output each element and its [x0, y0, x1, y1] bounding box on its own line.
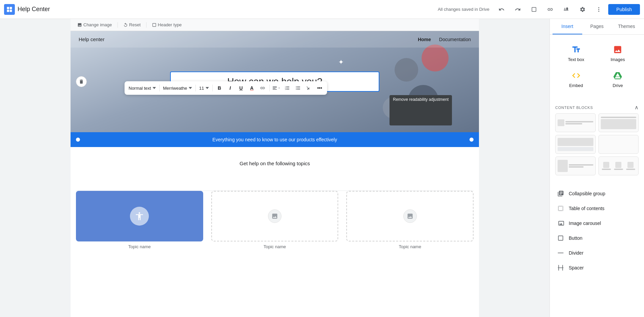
topic-card-3: Topic name: [346, 191, 474, 249]
text-style-select[interactable]: Normal text: [127, 85, 157, 91]
main-layout: Change image Reset Header type: [0, 19, 644, 317]
format-toolbar: Normal text Merriweathe 11 B I U A: [125, 81, 327, 95]
drive-label: Drive: [613, 83, 623, 88]
spacer-label: Spacer: [569, 265, 584, 270]
tab-pages[interactable]: Pages: [582, 19, 612, 34]
insert-images[interactable]: Images: [597, 40, 639, 66]
topic-card-name-1: Topic name: [128, 244, 151, 249]
nav-home[interactable]: Home: [418, 37, 431, 42]
toc-icon: [557, 204, 565, 212]
textbox-label: Text box: [568, 57, 584, 62]
collapsible-group-item[interactable]: Collapsible group: [553, 186, 641, 201]
unordered-list-button[interactable]: [293, 83, 303, 93]
toolbar-sep-3: [212, 85, 213, 91]
textbox-icon: [571, 44, 582, 55]
toc-item[interactable]: Table of contents: [553, 201, 641, 216]
blue-band-section: Everything you need to know to use our p…: [71, 132, 479, 147]
block-thumb-1[interactable]: [555, 113, 596, 132]
button-item[interactable]: Button: [553, 231, 641, 246]
accessibility-icon: [130, 207, 149, 226]
font-select[interactable]: Merriweathe: [162, 85, 193, 91]
insert-drive[interactable]: Drive: [597, 66, 639, 92]
topic-card-name-3: Topic name: [399, 244, 421, 249]
reset-button[interactable]: Reset: [120, 21, 143, 29]
band-left-handle[interactable]: [76, 138, 80, 142]
link-format-button[interactable]: [258, 83, 267, 93]
content-blocks-collapse[interactable]: ∧: [635, 104, 639, 111]
collapsible-label: Collapsible group: [569, 191, 605, 196]
block-thumbnails-grid: [550, 113, 644, 181]
delete-section-button[interactable]: [76, 76, 87, 87]
topic-card-2: Topic name: [211, 191, 339, 249]
align-button[interactable]: [272, 83, 281, 93]
content-blocks-header: CONTENT BLOCKS ∧: [550, 103, 644, 113]
svg-rect-0: [7, 7, 9, 9]
save-status: All changes saved in Drive: [438, 7, 489, 12]
more-format-button[interactable]: •••: [315, 83, 324, 93]
insert-embed[interactable]: Embed: [555, 66, 597, 92]
italic-button[interactable]: I: [225, 83, 235, 93]
topic-card-img-2[interactable]: [211, 191, 339, 241]
toc-label: Table of contents: [569, 206, 605, 211]
content-section: Get help on the following topics: [71, 147, 479, 191]
svg-point-5: [598, 9, 599, 10]
topic-card-img-1[interactable]: [76, 191, 203, 241]
button-label: Button: [569, 235, 582, 241]
block-thumb-2[interactable]: [598, 113, 639, 132]
carousel-item[interactable]: Image carousel: [553, 216, 641, 231]
block-thumb-4[interactable]: [598, 135, 639, 154]
divider-icon: [557, 249, 565, 257]
embed-icon: [571, 70, 582, 81]
svg-rect-2: [7, 9, 9, 12]
settings-button[interactable]: [576, 3, 589, 16]
app-title: Help Center: [18, 6, 50, 13]
insert-textbox[interactable]: Text box: [555, 40, 597, 66]
insert-section: Text box Images Embed: [550, 35, 644, 103]
nav-documentation[interactable]: Documentation: [439, 37, 471, 42]
underline-button[interactable]: U: [236, 83, 246, 93]
share-button[interactable]: [560, 3, 573, 16]
hero-toolbar: Change image Reset Header type: [71, 19, 479, 31]
more-button[interactable]: [592, 3, 606, 16]
block-thumb-6[interactable]: [598, 156, 639, 175]
topic-cards: Topic name Topic name: [71, 191, 479, 263]
collapsible-icon: [557, 190, 565, 198]
clear-format-button[interactable]: [304, 83, 314, 93]
header-type-button[interactable]: Header type: [149, 21, 185, 29]
topic-card-img-3[interactable]: [346, 191, 474, 241]
redo-button[interactable]: [511, 3, 525, 16]
spacer-item[interactable]: Spacer: [553, 260, 641, 275]
ordered-list-button[interactable]: [283, 83, 292, 93]
section-title: Get help on the following topics: [79, 161, 471, 166]
carousel-icon: [557, 219, 565, 227]
bold-button[interactable]: B: [215, 83, 224, 93]
font-size-select[interactable]: 11: [198, 85, 210, 91]
publish-button[interactable]: Publish: [608, 4, 640, 15]
tab-insert[interactable]: Insert: [553, 19, 582, 34]
toolbar-separator: [117, 22, 118, 28]
change-image-button[interactable]: Change image: [75, 21, 115, 29]
button-icon: [557, 234, 565, 242]
link-button[interactable]: [543, 3, 557, 16]
canvas: Change image Reset Header type: [71, 19, 479, 317]
block-thumb-3[interactable]: [555, 135, 596, 154]
embed-label: Embed: [569, 83, 583, 88]
svg-rect-3: [10, 9, 12, 12]
divider-label: Divider: [569, 250, 584, 256]
divider-item[interactable]: Divider: [553, 246, 641, 260]
insert-icons-grid: Text box Images Embed: [555, 40, 639, 92]
hero-nav: Help center Home Documentation: [71, 31, 479, 48]
preview-button[interactable]: [527, 3, 541, 16]
undo-button[interactable]: [495, 3, 508, 16]
toolbar-sep-2: [195, 85, 196, 91]
font-color-button[interactable]: A: [247, 83, 257, 93]
toolbar-separator-2: [146, 22, 146, 28]
site-title: Help center: [79, 36, 105, 42]
panel-list-items: Collapsible group Table of contents Imag…: [550, 186, 644, 275]
block-thumb-5[interactable]: [555, 156, 596, 175]
svg-rect-1: [10, 7, 12, 9]
tab-themes[interactable]: Themes: [612, 19, 641, 34]
panel-tabs: Insert Pages Themes: [550, 19, 644, 35]
band-right-handle[interactable]: [469, 138, 474, 142]
image-placeholder-icon-3: [403, 209, 417, 223]
